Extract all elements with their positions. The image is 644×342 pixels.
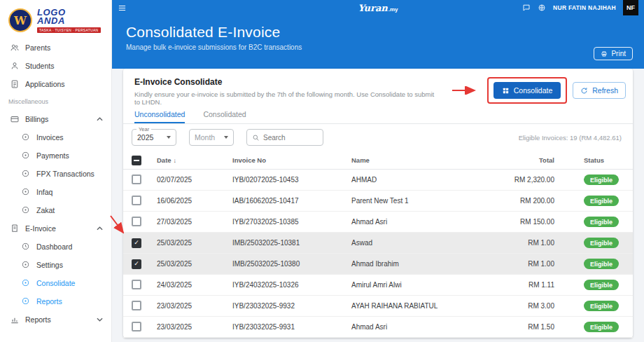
select-all-checkbox[interactable] bbox=[132, 156, 141, 165]
consolidate-label: Consolidate bbox=[514, 86, 552, 95]
sidebar-section-miscellaneous: Miscellaneous bbox=[0, 93, 111, 110]
table-row[interactable]: 02/07/2025 IYB/02072025-10453 AHMAD RM 2… bbox=[123, 170, 633, 191]
eligible-invoices-summary: Eligible Invoices: 19 (RM 4,482.61) bbox=[519, 134, 622, 142]
row-checkbox[interactable] bbox=[132, 196, 141, 205]
table-row[interactable]: 23/03/2025 IYB/23032025-9932 AYAH RAIHAN… bbox=[123, 296, 633, 317]
status-badge: Eligible bbox=[584, 175, 619, 185]
topbar: Yuran .my NUR FATIN NAJIHAH NF bbox=[112, 0, 644, 15]
row-checkbox[interactable] bbox=[132, 322, 141, 331]
column-header-invoice-no[interactable]: Invoice No bbox=[232, 156, 351, 164]
cell-total: RM 1.11 bbox=[498, 281, 560, 289]
column-header-total[interactable]: Total bbox=[498, 156, 560, 164]
user-name[interactable]: NUR FATIN NAJIHAH bbox=[553, 4, 616, 11]
consolidate-card: E-Invoice Consolidate Kindly ensure your… bbox=[123, 69, 633, 338]
sidebar-item-students[interactable]: Students bbox=[0, 57, 111, 75]
month-select[interactable]: Month bbox=[189, 129, 234, 146]
cell-date: 16/06/2025 bbox=[157, 197, 232, 205]
sidebar-item-fpx-transactions[interactable]: FPX Transactions bbox=[0, 165, 111, 183]
sidebar-item-payments[interactable]: Payments bbox=[0, 146, 111, 165]
sort-descending-icon: ↓ bbox=[174, 157, 177, 164]
sidebar-item-billings[interactable]: Billings bbox=[0, 110, 111, 128]
sidebar-item-infaq[interactable]: Infaq bbox=[0, 183, 111, 201]
brand-name: Yuran bbox=[358, 3, 387, 13]
cell-date: 23/03/2025 bbox=[157, 323, 232, 331]
brand-suffix: .my bbox=[388, 6, 398, 13]
cell-total: RM 150.00 bbox=[498, 218, 560, 226]
tab-unconsolidated[interactable]: Unconsolidated bbox=[134, 105, 185, 123]
sidebar: W LOGO ANDA TASKA · TUISYEN · PERSATUAN … bbox=[0, 0, 112, 342]
row-checkbox[interactable] bbox=[132, 301, 141, 310]
table-row[interactable]: 23/03/2025 IYB/23032025-9931 Ahmad Asri … bbox=[123, 317, 633, 338]
sidebar-item-invoices[interactable]: Invoices bbox=[0, 128, 111, 146]
sidebar-item-zakat[interactable]: Zakat bbox=[0, 201, 111, 219]
annotation-highlight-box: Consolidate bbox=[487, 77, 567, 104]
sidebar-item-label: Payments bbox=[36, 151, 69, 160]
cell-total: RM 3.00 bbox=[498, 302, 560, 310]
consolidate-grid-icon bbox=[502, 87, 510, 95]
circle-dot-icon bbox=[21, 205, 31, 215]
search-input[interactable] bbox=[263, 134, 318, 142]
sidebar-item-dashboard[interactable]: Dashboard bbox=[0, 238, 111, 256]
cell-invoice-no: IYB/02072025-10453 bbox=[232, 176, 351, 184]
row-checkbox[interactable] bbox=[132, 217, 141, 226]
refresh-button[interactable]: Refresh bbox=[573, 82, 626, 99]
status-badge: Eligible bbox=[584, 217, 619, 227]
sidebar-item-applications[interactable]: Applications bbox=[0, 75, 111, 93]
sidebar-item-label: Zakat bbox=[36, 206, 55, 214]
sidebar-item-parents[interactable]: Parents bbox=[0, 39, 111, 57]
row-checkbox[interactable] bbox=[132, 175, 141, 184]
hamburger-menu-icon[interactable] bbox=[118, 4, 127, 13]
cell-invoice-no: IYB/23032025-9931 bbox=[232, 323, 351, 331]
column-header-status[interactable]: Status bbox=[560, 156, 633, 164]
print-button[interactable]: Print bbox=[594, 47, 633, 60]
sidebar-item-consolidate[interactable]: Consolidate bbox=[0, 274, 111, 292]
card-note: Kindly ensure your e-invoice is submitte… bbox=[134, 90, 435, 106]
row-checkbox[interactable] bbox=[132, 280, 141, 289]
row-checkbox[interactable] bbox=[132, 238, 141, 248]
status-badge: Eligible bbox=[584, 301, 619, 311]
cell-date: 27/03/2025 bbox=[157, 218, 232, 226]
search-icon bbox=[252, 134, 260, 142]
row-checkbox[interactable] bbox=[132, 259, 141, 269]
table-row[interactable]: 25/03/2025 IMB/25032025-10381 Aswad RM 1… bbox=[123, 233, 633, 254]
table-row[interactable]: 25/03/2025 IMB/25032025-10380 Ahmad Ibra… bbox=[123, 254, 633, 275]
chevron-down-icon bbox=[224, 136, 228, 139]
table-row[interactable]: 27/03/2025 IYB/27032025-10385 Ahmad Asri… bbox=[123, 212, 633, 233]
sidebar-item-label: Billings bbox=[25, 115, 48, 123]
circle-dot-icon bbox=[21, 187, 31, 197]
cell-name: Amirul Amri Alwi bbox=[351, 281, 498, 289]
circle-dot-icon bbox=[21, 296, 31, 306]
consolidate-button[interactable]: Consolidate bbox=[493, 82, 561, 99]
sidebar-item-label: Reports bbox=[25, 315, 51, 324]
sidebar-item-reports[interactable]: Reports bbox=[0, 310, 111, 329]
print-label: Print bbox=[611, 50, 626, 57]
translate-icon[interactable] bbox=[538, 4, 546, 12]
tab-bar: Unconsolidated Consolidated bbox=[123, 105, 633, 124]
year-select[interactable]: Year 2025 bbox=[132, 129, 176, 146]
sidebar-item-einvoice[interactable]: E-Invoice bbox=[0, 219, 111, 238]
tab-consolidated[interactable]: Consolidated bbox=[203, 105, 246, 123]
cell-date: 25/03/2025 bbox=[157, 239, 232, 247]
printer-icon bbox=[601, 50, 608, 57]
annotation-arrow-consolidate bbox=[451, 86, 482, 95]
table-row[interactable]: 16/06/2025 IAB/16062025-10417 Parent New… bbox=[123, 191, 633, 212]
avatar[interactable]: NF bbox=[623, 0, 638, 15]
sidebar-item-settings[interactable]: Settings bbox=[0, 256, 111, 274]
cell-total: RM 1.50 bbox=[498, 323, 560, 331]
cell-total: RM 200.00 bbox=[498, 197, 560, 205]
org-logo: W LOGO ANDA TASKA · TUISYEN · PERSATUAN bbox=[0, 0, 111, 39]
status-badge: Eligible bbox=[584, 196, 619, 206]
logo-badge-icon: W bbox=[8, 8, 32, 32]
table-row[interactable]: 24/03/2025 IYB/24032025-10326 Amirul Amr… bbox=[123, 275, 633, 296]
chevron-down-icon bbox=[97, 317, 103, 322]
year-select-label: Year bbox=[136, 126, 151, 132]
sidebar-item-label: Consolidate bbox=[36, 279, 75, 287]
chat-icon[interactable] bbox=[522, 4, 531, 12]
sidebar-item-label: Infaq bbox=[36, 188, 52, 196]
column-header-date[interactable]: Date↓ bbox=[157, 156, 232, 164]
chevron-up-icon bbox=[97, 117, 103, 121]
status-badge: Eligible bbox=[584, 238, 619, 248]
column-header-name[interactable]: Name bbox=[351, 156, 498, 164]
cell-name: AYAH RAIHANA RABIATUL bbox=[351, 302, 498, 310]
sidebar-item-reports-einvoice[interactable]: Reports bbox=[0, 292, 111, 310]
